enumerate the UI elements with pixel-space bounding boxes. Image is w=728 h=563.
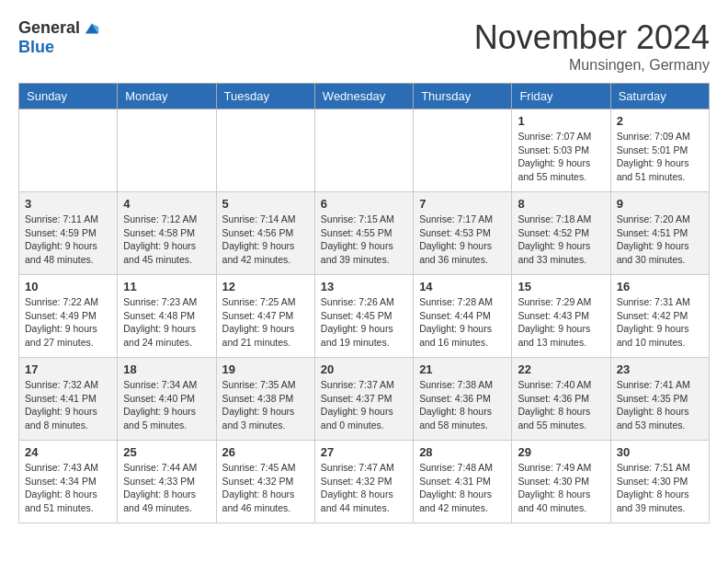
day-number: 19 — [222, 362, 309, 376]
day-info: Sunrise: 7:41 AMSunset: 4:35 PMDaylight:… — [617, 378, 703, 432]
day-info: Sunrise: 7:32 AMSunset: 4:41 PMDaylight:… — [25, 378, 111, 432]
calendar-day-cell: 5Sunrise: 7:14 AMSunset: 4:56 PMDaylight… — [216, 192, 314, 275]
weekday-header: Saturday — [610, 84, 709, 109]
calendar-day-cell: 1Sunrise: 7:07 AMSunset: 5:03 PMDaylight… — [512, 109, 610, 192]
weekday-header: Wednesday — [314, 84, 413, 109]
weekday-header: Thursday — [414, 84, 512, 109]
day-info: Sunrise: 7:09 AMSunset: 5:01 PMDaylight:… — [617, 130, 703, 184]
day-info: Sunrise: 7:11 AMSunset: 4:59 PMDaylight:… — [25, 213, 111, 267]
calendar-day-cell: 10Sunrise: 7:22 AMSunset: 4:49 PMDayligh… — [19, 275, 118, 358]
day-info: Sunrise: 7:14 AMSunset: 4:56 PMDaylight:… — [222, 213, 309, 267]
calendar-day-cell: 18Sunrise: 7:34 AMSunset: 4:40 PMDayligh… — [118, 358, 216, 441]
calendar-week-row: 24Sunrise: 7:43 AMSunset: 4:34 PMDayligh… — [19, 441, 710, 523]
calendar-day-cell: 30Sunrise: 7:51 AMSunset: 4:30 PMDayligh… — [610, 441, 709, 523]
calendar-day-cell: 13Sunrise: 7:26 AMSunset: 4:45 PMDayligh… — [314, 275, 413, 358]
day-info: Sunrise: 7:26 AMSunset: 4:45 PMDaylight:… — [321, 295, 407, 350]
weekday-header: Tuesday — [216, 84, 314, 109]
day-number: 13 — [321, 280, 407, 293]
title-section: November 2024 Munsingen, Germany — [474, 18, 710, 74]
calendar-day-cell: 6Sunrise: 7:15 AMSunset: 4:55 PMDaylight… — [314, 192, 413, 275]
logo-blue-text: Blue — [18, 38, 54, 57]
day-info: Sunrise: 7:07 AMSunset: 5:03 PMDaylight:… — [518, 130, 604, 184]
day-info: Sunrise: 7:51 AMSunset: 4:30 PMDaylight:… — [617, 461, 703, 515]
calendar-day-cell — [414, 109, 512, 192]
calendar-day-cell: 9Sunrise: 7:20 AMSunset: 4:51 PMDaylight… — [610, 192, 709, 275]
calendar-day-cell: 26Sunrise: 7:45 AMSunset: 4:32 PMDayligh… — [216, 441, 314, 523]
day-number: 15 — [518, 280, 604, 293]
page-header: General Blue November 2024 Munsingen, Ge… — [18, 18, 710, 74]
calendar-week-row: 17Sunrise: 7:32 AMSunset: 4:41 PMDayligh… — [19, 358, 710, 441]
day-info: Sunrise: 7:20 AMSunset: 4:51 PMDaylight:… — [617, 213, 703, 267]
day-number: 20 — [321, 362, 407, 376]
logo-general-text: General — [18, 18, 80, 38]
weekday-header: Sunday — [19, 84, 118, 109]
calendar-day-cell: 2Sunrise: 7:09 AMSunset: 5:01 PMDaylight… — [610, 109, 709, 192]
calendar-day-cell: 3Sunrise: 7:11 AMSunset: 4:59 PMDaylight… — [19, 192, 118, 275]
calendar-day-cell: 4Sunrise: 7:12 AMSunset: 4:58 PMDaylight… — [118, 192, 216, 275]
day-number: 12 — [222, 280, 309, 293]
calendar-week-row: 3Sunrise: 7:11 AMSunset: 4:59 PMDaylight… — [19, 192, 710, 275]
day-info: Sunrise: 7:47 AMSunset: 4:32 PMDaylight:… — [321, 461, 407, 515]
day-number: 27 — [321, 445, 407, 459]
day-info: Sunrise: 7:34 AMSunset: 4:40 PMDaylight:… — [123, 378, 210, 432]
day-number: 6 — [321, 197, 407, 211]
day-info: Sunrise: 7:38 AMSunset: 4:36 PMDaylight:… — [419, 378, 506, 432]
day-number: 22 — [518, 362, 604, 376]
day-number: 25 — [123, 445, 210, 459]
day-info: Sunrise: 7:28 AMSunset: 4:44 PMDaylight:… — [419, 295, 506, 350]
calendar-day-cell: 12Sunrise: 7:25 AMSunset: 4:47 PMDayligh… — [216, 275, 314, 358]
month-title: November 2024 — [474, 18, 710, 57]
calendar-day-cell: 17Sunrise: 7:32 AMSunset: 4:41 PMDayligh… — [19, 358, 118, 441]
day-number: 8 — [518, 197, 604, 211]
day-info: Sunrise: 7:31 AMSunset: 4:42 PMDaylight:… — [617, 295, 703, 350]
day-info: Sunrise: 7:35 AMSunset: 4:38 PMDaylight:… — [222, 378, 309, 432]
day-number: 2 — [617, 114, 703, 128]
calendar-day-cell: 20Sunrise: 7:37 AMSunset: 4:37 PMDayligh… — [314, 358, 413, 441]
day-number: 5 — [222, 197, 309, 211]
day-info: Sunrise: 7:18 AMSunset: 4:52 PMDaylight:… — [518, 213, 604, 267]
calendar-table: SundayMondayTuesdayWednesdayThursdayFrid… — [18, 83, 710, 523]
day-info: Sunrise: 7:45 AMSunset: 4:32 PMDaylight:… — [222, 461, 309, 515]
day-number: 24 — [25, 445, 111, 459]
calendar-day-cell: 28Sunrise: 7:48 AMSunset: 4:31 PMDayligh… — [414, 441, 512, 523]
location-text: Munsingen, Germany — [474, 57, 710, 74]
day-number: 11 — [123, 280, 210, 293]
calendar-day-cell: 23Sunrise: 7:41 AMSunset: 4:35 PMDayligh… — [610, 358, 709, 441]
day-number: 21 — [419, 362, 506, 376]
calendar-day-cell: 24Sunrise: 7:43 AMSunset: 4:34 PMDayligh… — [19, 441, 118, 523]
day-number: 26 — [222, 445, 309, 459]
calendar-week-row: 1Sunrise: 7:07 AMSunset: 5:03 PMDaylight… — [19, 109, 710, 192]
day-info: Sunrise: 7:29 AMSunset: 4:43 PMDaylight:… — [518, 295, 604, 350]
day-number: 30 — [617, 445, 703, 459]
calendar-day-cell: 16Sunrise: 7:31 AMSunset: 4:42 PMDayligh… — [610, 275, 709, 358]
day-info: Sunrise: 7:44 AMSunset: 4:33 PMDaylight:… — [123, 461, 210, 515]
calendar-day-cell: 7Sunrise: 7:17 AMSunset: 4:53 PMDaylight… — [414, 192, 512, 275]
day-info: Sunrise: 7:48 AMSunset: 4:31 PMDaylight:… — [419, 461, 506, 515]
logo: General Blue — [18, 18, 100, 57]
calendar-day-cell — [118, 109, 216, 192]
day-number: 16 — [617, 280, 703, 293]
calendar-day-cell: 11Sunrise: 7:23 AMSunset: 4:48 PMDayligh… — [118, 275, 216, 358]
logo-icon — [84, 20, 100, 37]
calendar-day-cell: 25Sunrise: 7:44 AMSunset: 4:33 PMDayligh… — [118, 441, 216, 523]
day-info: Sunrise: 7:43 AMSunset: 4:34 PMDaylight:… — [25, 461, 111, 515]
calendar-day-cell: 22Sunrise: 7:40 AMSunset: 4:36 PMDayligh… — [512, 358, 610, 441]
day-number: 28 — [419, 445, 506, 459]
day-info: Sunrise: 7:12 AMSunset: 4:58 PMDaylight:… — [123, 213, 210, 267]
calendar-day-cell: 29Sunrise: 7:49 AMSunset: 4:30 PMDayligh… — [512, 441, 610, 523]
weekday-header: Friday — [512, 84, 610, 109]
day-number: 17 — [25, 362, 111, 376]
calendar-day-cell: 15Sunrise: 7:29 AMSunset: 4:43 PMDayligh… — [512, 275, 610, 358]
calendar-week-row: 10Sunrise: 7:22 AMSunset: 4:49 PMDayligh… — [19, 275, 710, 358]
day-number: 4 — [123, 197, 210, 211]
calendar-day-cell — [216, 109, 314, 192]
calendar-header-row: SundayMondayTuesdayWednesdayThursdayFrid… — [19, 84, 710, 109]
calendar-day-cell: 21Sunrise: 7:38 AMSunset: 4:36 PMDayligh… — [414, 358, 512, 441]
day-info: Sunrise: 7:37 AMSunset: 4:37 PMDaylight:… — [321, 378, 407, 432]
day-info: Sunrise: 7:22 AMSunset: 4:49 PMDaylight:… — [25, 295, 111, 350]
day-number: 7 — [419, 197, 506, 211]
day-number: 23 — [617, 362, 703, 376]
calendar-day-cell: 19Sunrise: 7:35 AMSunset: 4:38 PMDayligh… — [216, 358, 314, 441]
day-number: 1 — [518, 114, 604, 128]
day-info: Sunrise: 7:25 AMSunset: 4:47 PMDaylight:… — [222, 295, 309, 350]
